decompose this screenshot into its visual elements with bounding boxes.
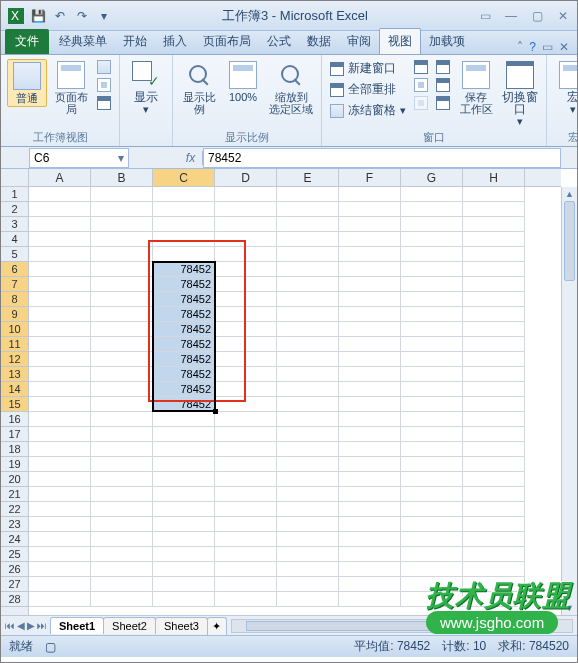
cell[interactable]	[277, 352, 339, 367]
cell[interactable]	[401, 262, 463, 277]
cell[interactable]	[91, 457, 153, 472]
cell[interactable]	[91, 562, 153, 577]
cell[interactable]	[463, 562, 525, 577]
cell[interactable]	[277, 307, 339, 322]
cell[interactable]	[153, 517, 215, 532]
cell[interactable]	[339, 412, 401, 427]
cell[interactable]	[339, 457, 401, 472]
cell[interactable]	[339, 397, 401, 412]
cell[interactable]: 78452	[153, 382, 215, 397]
ribbon-min-icon[interactable]: ˄	[517, 40, 523, 54]
cell[interactable]	[463, 307, 525, 322]
cell[interactable]	[91, 397, 153, 412]
cell[interactable]	[339, 322, 401, 337]
cell[interactable]	[277, 532, 339, 547]
row-header[interactable]: 13	[1, 367, 28, 382]
row-header[interactable]: 14	[1, 382, 28, 397]
cell[interactable]	[401, 577, 463, 592]
tab-addins[interactable]: 加载项	[421, 29, 473, 54]
cell[interactable]	[29, 517, 91, 532]
cell[interactable]	[277, 217, 339, 232]
cell[interactable]	[401, 412, 463, 427]
cell[interactable]	[153, 412, 215, 427]
row-header[interactable]: 3	[1, 217, 28, 232]
hide-button[interactable]	[412, 77, 430, 93]
vscroll-thumb[interactable]	[564, 201, 575, 281]
cell[interactable]	[215, 337, 277, 352]
row-header[interactable]: 18	[1, 442, 28, 457]
column-header[interactable]: A	[29, 169, 91, 186]
cell[interactable]	[153, 232, 215, 247]
normal-view-button[interactable]: 普通	[7, 59, 47, 107]
cell[interactable]	[463, 382, 525, 397]
cell[interactable]	[91, 247, 153, 262]
cell[interactable]	[463, 277, 525, 292]
cell[interactable]	[401, 517, 463, 532]
sheet-nav-first-icon[interactable]: ⏮	[5, 620, 15, 631]
zoom-button[interactable]: 显示比例	[179, 59, 219, 117]
cell[interactable]	[463, 202, 525, 217]
cell[interactable]	[91, 577, 153, 592]
cells-grid[interactable]: 7845278452784527845278452784527845278452…	[29, 187, 561, 615]
cell[interactable]	[153, 442, 215, 457]
close-icon[interactable]: ✕	[555, 9, 571, 23]
row-header[interactable]: 19	[1, 457, 28, 472]
new-window-button[interactable]: 新建窗口	[328, 59, 408, 78]
cell[interactable]	[91, 217, 153, 232]
cell[interactable]	[153, 472, 215, 487]
cell[interactable]	[153, 562, 215, 577]
cell[interactable]	[29, 187, 91, 202]
formula-input[interactable]: 78452	[203, 148, 561, 168]
cell[interactable]	[29, 397, 91, 412]
cell[interactable]	[339, 292, 401, 307]
cell[interactable]	[339, 367, 401, 382]
tab-pagelayout[interactable]: 页面布局	[195, 29, 259, 54]
row-header[interactable]: 6	[1, 262, 28, 277]
cell[interactable]	[215, 487, 277, 502]
custom-views-button[interactable]	[95, 77, 113, 93]
row-header[interactable]: 9	[1, 307, 28, 322]
show-button[interactable]: ✓ 显示▾	[126, 59, 166, 117]
hscroll-thumb[interactable]	[246, 621, 446, 631]
cell[interactable]	[463, 397, 525, 412]
win-close-icon[interactable]: ✕	[559, 40, 569, 54]
cell[interactable]	[339, 577, 401, 592]
cell[interactable]	[401, 232, 463, 247]
cell[interactable]	[401, 352, 463, 367]
cell[interactable]	[91, 547, 153, 562]
cell[interactable]	[277, 487, 339, 502]
cell[interactable]	[215, 352, 277, 367]
cell[interactable]	[29, 592, 91, 607]
cell[interactable]	[277, 442, 339, 457]
cell[interactable]	[463, 487, 525, 502]
name-box[interactable]: C6 ▾	[29, 148, 129, 168]
cell[interactable]	[401, 397, 463, 412]
cell[interactable]	[29, 247, 91, 262]
cell[interactable]	[463, 367, 525, 382]
cell[interactable]	[339, 442, 401, 457]
row-header[interactable]: 23	[1, 517, 28, 532]
cell[interactable]	[401, 367, 463, 382]
sheet-nav-last-icon[interactable]: ⏭	[37, 620, 47, 631]
cell[interactable]	[153, 202, 215, 217]
cell[interactable]	[401, 487, 463, 502]
column-header[interactable]: C	[153, 169, 215, 186]
cell[interactable]: 78452	[153, 292, 215, 307]
macros-button[interactable]: 宏▾	[553, 59, 578, 117]
column-header[interactable]: D	[215, 169, 277, 186]
cell[interactable]	[153, 532, 215, 547]
cell[interactable]	[339, 337, 401, 352]
cell[interactable]: 78452	[153, 367, 215, 382]
cell[interactable]	[339, 247, 401, 262]
cell[interactable]	[215, 427, 277, 442]
cell[interactable]	[215, 382, 277, 397]
cell[interactable]	[153, 217, 215, 232]
unhide-button[interactable]	[412, 95, 430, 111]
cell[interactable]	[153, 577, 215, 592]
cell[interactable]	[401, 442, 463, 457]
cell[interactable]	[463, 547, 525, 562]
cell[interactable]	[339, 592, 401, 607]
cell[interactable]	[153, 247, 215, 262]
undo-icon[interactable]: ↶	[51, 7, 69, 25]
cell[interactable]	[463, 472, 525, 487]
